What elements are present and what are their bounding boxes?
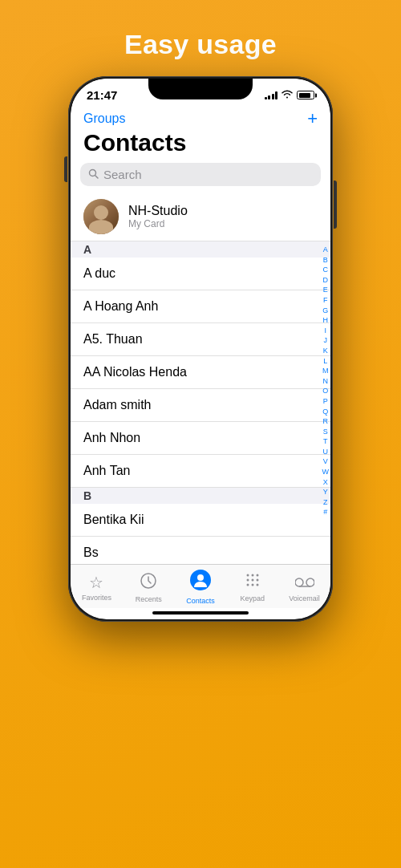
svg-point-7 bbox=[256, 574, 258, 577]
svg-point-13 bbox=[256, 584, 258, 586]
section-header: B bbox=[71, 488, 330, 504]
alpha-letter[interactable]: J bbox=[324, 335, 328, 346]
alpha-letter[interactable]: P bbox=[323, 396, 328, 407]
tab-keypad-label: Keypad bbox=[241, 594, 265, 602]
my-card-label: My Card bbox=[128, 218, 188, 229]
tab-contacts[interactable]: Contacts bbox=[175, 570, 227, 605]
svg-point-15 bbox=[306, 578, 314, 586]
contacts-icon bbox=[190, 570, 211, 595]
alpha-letter[interactable]: K bbox=[323, 346, 328, 356]
tab-favorites-label: Favorites bbox=[82, 594, 111, 602]
list-item[interactable]: Bentika Kii bbox=[71, 504, 330, 537]
recents-icon bbox=[140, 572, 157, 594]
svg-point-11 bbox=[246, 584, 249, 586]
alpha-letter[interactable]: L bbox=[323, 356, 327, 367]
alpha-letter[interactable]: W bbox=[322, 467, 330, 477]
svg-point-5 bbox=[246, 574, 249, 577]
keypad-icon bbox=[245, 572, 261, 593]
tab-bar: ☆ Favorites Recents bbox=[71, 564, 330, 608]
battery-icon bbox=[297, 91, 314, 99]
svg-point-9 bbox=[251, 579, 253, 582]
groups-button[interactable]: Groups bbox=[83, 112, 125, 126]
tab-voicemail[interactable]: Voicemail bbox=[278, 572, 330, 602]
svg-point-4 bbox=[197, 574, 204, 581]
alpha-letter[interactable]: E bbox=[323, 285, 328, 295]
alpha-letter[interactable]: S bbox=[323, 427, 328, 437]
add-contact-button[interactable]: + bbox=[307, 110, 318, 128]
list-item[interactable]: Bs bbox=[71, 537, 330, 564]
alpha-letter[interactable]: T bbox=[323, 436, 328, 447]
search-bar[interactable]: Search bbox=[80, 163, 321, 186]
favorites-icon: ☆ bbox=[89, 573, 103, 592]
alpha-letter[interactable]: # bbox=[323, 507, 327, 517]
tab-voicemail-label: Voicemail bbox=[289, 594, 320, 602]
alphabet-index: ABCDEFGHIJKLMNOPQRSTUVWXYZ# bbox=[322, 241, 330, 521]
my-card-info: NH-Studio My Card bbox=[128, 204, 188, 229]
list-item[interactable]: AA Nicolas Henda bbox=[71, 356, 330, 389]
alpha-letter[interactable]: V bbox=[323, 456, 328, 467]
contacts-heading: Contacts bbox=[71, 129, 330, 163]
list-item[interactable]: Anh Nhon bbox=[71, 422, 330, 455]
tab-recents[interactable]: Recents bbox=[123, 572, 175, 603]
svg-line-1 bbox=[95, 175, 99, 178]
alpha-letter[interactable]: Y bbox=[323, 487, 328, 497]
nav-bar: Groups + bbox=[71, 105, 330, 129]
notch bbox=[148, 79, 253, 99]
tab-contacts-label: Contacts bbox=[186, 597, 215, 605]
list-item[interactable]: A Hoang Anh bbox=[71, 290, 330, 323]
voicemail-icon bbox=[295, 572, 314, 593]
list-item[interactable]: A5. Thuan bbox=[71, 323, 330, 356]
tab-keypad[interactable]: Keypad bbox=[226, 572, 278, 602]
my-card[interactable]: NH-Studio My Card bbox=[71, 193, 330, 241]
status-time: 21:47 bbox=[87, 88, 117, 102]
contact-list: ABCDEFGHIJKLMNOPQRSTUVWXYZ# AA ducA Hoan… bbox=[71, 241, 330, 564]
alpha-letter[interactable]: A bbox=[323, 245, 328, 255]
alpha-letter[interactable]: X bbox=[323, 477, 328, 488]
list-item[interactable]: Anh Tan bbox=[71, 455, 330, 488]
my-card-name: NH-Studio bbox=[128, 204, 188, 218]
search-placeholder: Search bbox=[103, 168, 142, 181]
wifi-icon bbox=[282, 90, 293, 101]
svg-point-14 bbox=[295, 578, 303, 586]
signal-bars-icon bbox=[265, 91, 278, 99]
alpha-letter[interactable]: I bbox=[324, 326, 326, 336]
svg-point-12 bbox=[251, 584, 253, 586]
status-icons bbox=[265, 90, 315, 101]
alpha-letter[interactable]: F bbox=[323, 295, 328, 306]
alpha-letter[interactable]: D bbox=[323, 275, 329, 286]
home-indicator bbox=[152, 611, 249, 614]
alpha-letter[interactable]: H bbox=[323, 315, 329, 326]
alpha-letter[interactable]: M bbox=[322, 366, 329, 376]
list-item[interactable]: Adam smith bbox=[71, 389, 330, 422]
svg-point-10 bbox=[256, 579, 258, 582]
alpha-letter[interactable]: G bbox=[322, 306, 328, 316]
alpha-letter[interactable]: R bbox=[323, 416, 329, 427]
alpha-letter[interactable]: C bbox=[323, 265, 329, 275]
alpha-letter[interactable]: B bbox=[323, 255, 328, 266]
phone-frame: 21:47 bbox=[68, 76, 333, 622]
tab-favorites[interactable]: ☆ Favorites bbox=[71, 573, 123, 602]
tab-recents-label: Recents bbox=[136, 595, 162, 603]
alpha-letter[interactable]: Q bbox=[322, 407, 328, 417]
alpha-letter[interactable]: N bbox=[323, 376, 329, 387]
search-icon bbox=[88, 168, 99, 181]
alpha-letter[interactable]: U bbox=[323, 447, 329, 457]
avatar bbox=[83, 199, 119, 234]
svg-point-6 bbox=[251, 574, 253, 577]
alpha-letter[interactable]: Z bbox=[323, 497, 328, 508]
svg-point-8 bbox=[246, 579, 249, 582]
page-title: Easy usage bbox=[124, 29, 277, 60]
section-header: A bbox=[71, 241, 330, 258]
alpha-letter[interactable]: O bbox=[322, 386, 328, 396]
list-item[interactable]: A duc bbox=[71, 258, 330, 290]
